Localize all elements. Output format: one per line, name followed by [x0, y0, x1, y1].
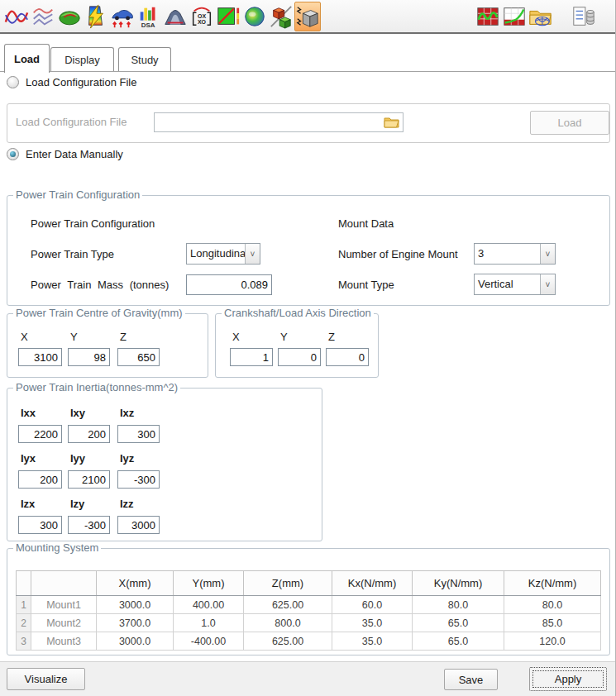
mount-type-label: Mount Type — [338, 279, 394, 291]
axis-z-input[interactable] — [326, 348, 369, 366]
ixx-input[interactable] — [18, 425, 62, 443]
izz-input[interactable] — [117, 516, 160, 534]
dsa-bars-icon[interactable]: DSA — [136, 2, 162, 31]
corner-header-cell — [17, 571, 31, 596]
waves-icon[interactable] — [30, 2, 56, 31]
mounting-system-group: Mounting System X(mm) Y(mm) Z(mm) Kx(N/m… — [7, 548, 610, 655]
transfer-matrix-icon[interactable]: OX XO — [189, 2, 215, 31]
ixz-input[interactable] — [117, 425, 160, 443]
ky-cell[interactable]: 80.0 — [413, 596, 504, 614]
power-train-mass-input[interactable] — [186, 274, 272, 295]
chart-trend-icon[interactable] — [501, 2, 528, 31]
row-number[interactable]: 3 — [17, 632, 31, 651]
ky-cell[interactable]: 65.0 — [413, 632, 504, 651]
mount-type-combo[interactable]: Vertical ˅ — [474, 274, 556, 295]
diagonal-matrix-icon[interactable] — [215, 2, 241, 31]
chart-wave-icon[interactable] — [475, 2, 501, 31]
axis-x-input[interactable] — [230, 348, 273, 366]
radio-enter-data-manually[interactable]: Enter Data Manually — [7, 148, 123, 160]
cog-y-input[interactable] — [68, 348, 110, 366]
tab-load[interactable]: Load — [4, 44, 50, 73]
matrix-row2-label: XO — [198, 19, 207, 25]
power-train-configuration-group: Power Train Configuration Power Train Co… — [7, 195, 610, 306]
radio-enter-data-manually-label: Enter Data Manually — [26, 148, 123, 160]
iyz-label: Iyz — [120, 452, 134, 465]
izy-input[interactable] — [68, 516, 110, 534]
y-cell[interactable]: 1.0 — [174, 614, 244, 632]
radio-load-config-file[interactable]: Load Configuration File — [7, 76, 136, 88]
z-cell[interactable]: 625.00 — [244, 596, 332, 614]
col-x-header[interactable]: X(mm) — [97, 571, 174, 596]
ixx-label: Ixx — [21, 407, 36, 419]
izz-label: Izz — [120, 498, 134, 510]
chevron-down-icon[interactable]: ˅ — [245, 244, 260, 264]
col-y-header[interactable]: Y(mm) — [174, 571, 244, 596]
radio-circle-unselected-icon[interactable] — [7, 76, 19, 88]
y-cell[interactable]: -400.00 — [174, 632, 244, 651]
shell-icon[interactable] — [56, 2, 83, 31]
iyy-input[interactable] — [68, 470, 110, 489]
col-kz-header[interactable]: Kz(N/mm) — [504, 571, 601, 596]
config-column-header: Power Train Configuration — [31, 217, 155, 230]
kx-cell[interactable]: 35.0 — [332, 614, 413, 632]
chevron-down-icon[interactable]: ˅ — [540, 274, 555, 294]
mount-name-cell[interactable]: Mount1 — [31, 596, 97, 614]
x-cell[interactable]: 3000.0 — [97, 632, 174, 651]
radio-circle-selected-icon[interactable] — [7, 148, 19, 160]
z-cell[interactable]: 625.00 — [244, 632, 332, 651]
cog-x-input[interactable] — [18, 348, 62, 366]
mount-name-cell[interactable]: Mount2 — [31, 614, 97, 632]
visualize-button[interactable]: Visualize — [7, 668, 85, 690]
z-cell[interactable]: 800.0 — [244, 614, 332, 632]
name-header-cell — [31, 571, 97, 596]
browse-folder-icon[interactable] — [384, 116, 399, 131]
kz-cell[interactable]: 85.0 — [504, 614, 601, 632]
radio-load-config-file-label: Load Configuration File — [26, 76, 136, 88]
report-database-icon[interactable] — [571, 2, 597, 31]
col-z-header[interactable]: Z(mm) — [244, 571, 332, 596]
engine-mount-count-combo[interactable]: 3 ˅ — [474, 243, 556, 265]
load-tab-panel: Load Configuration File Load Configurati… — [0, 71, 615, 662]
x-cell[interactable]: 3700.0 — [97, 614, 174, 632]
power-train-type-value: Longitudina — [187, 244, 245, 264]
lightning-icon[interactable] — [83, 2, 109, 31]
kz-cell[interactable]: 120.0 — [504, 632, 601, 651]
axis-y-input[interactable] — [278, 348, 321, 366]
ixy-input[interactable] — [68, 425, 110, 443]
col-ky-header[interactable]: Ky(N/mm) — [413, 571, 504, 596]
mount-name-cell[interactable]: Mount3 — [31, 632, 97, 651]
kx-cell[interactable]: 60.0 — [332, 596, 413, 614]
file-field-label: Load Configuration File — [16, 116, 127, 128]
power-train-type-combo[interactable]: Longitudina ˅ — [186, 243, 260, 265]
ky-cell[interactable]: 65.0 — [413, 614, 504, 632]
col-kx-header[interactable]: Kx(N/mm) — [332, 571, 413, 596]
load-button[interactable]: Load — [530, 111, 609, 135]
config-file-input[interactable] — [154, 112, 404, 132]
save-button[interactable]: Save — [444, 669, 498, 690]
torus-icon[interactable] — [241, 2, 268, 31]
iyz-input[interactable] — [117, 470, 160, 489]
inertia-group: Power Train Inertia(tonnes-mm^2) Ixx Ixy… — [7, 388, 322, 541]
chevron-down-icon[interactable]: ˅ — [540, 244, 555, 264]
row-number[interactable]: 2 — [17, 614, 31, 632]
kx-cell[interactable]: 35.0 — [332, 632, 413, 651]
x-cell[interactable]: 3000.0 — [97, 596, 174, 614]
kz-cell[interactable]: 80.0 — [504, 596, 601, 614]
y-cell[interactable]: 400.00 — [174, 596, 244, 614]
izx-input[interactable] — [18, 516, 62, 534]
cog-z-input[interactable] — [117, 348, 160, 366]
car-loads-icon[interactable] — [109, 2, 136, 31]
mount-bracket-icon[interactable] — [162, 2, 189, 31]
load-file-group: Load Configuration File Load — [7, 103, 610, 143]
cog-z-label: Z — [120, 331, 127, 343]
cubes-compare-icon[interactable] — [268, 2, 294, 31]
nvh-cube-icon[interactable] — [294, 2, 321, 31]
mounting-system-caption: Mounting System — [13, 541, 101, 554]
apply-button[interactable]: Apply — [529, 667, 607, 691]
tab-display[interactable]: Display — [50, 47, 114, 72]
curves-icon[interactable] — [3, 2, 30, 31]
results-folder-icon[interactable] — [528, 2, 554, 31]
iyx-input[interactable] — [18, 470, 62, 489]
row-number[interactable]: 1 — [17, 596, 31, 614]
tab-study[interactable]: Study — [118, 47, 171, 72]
